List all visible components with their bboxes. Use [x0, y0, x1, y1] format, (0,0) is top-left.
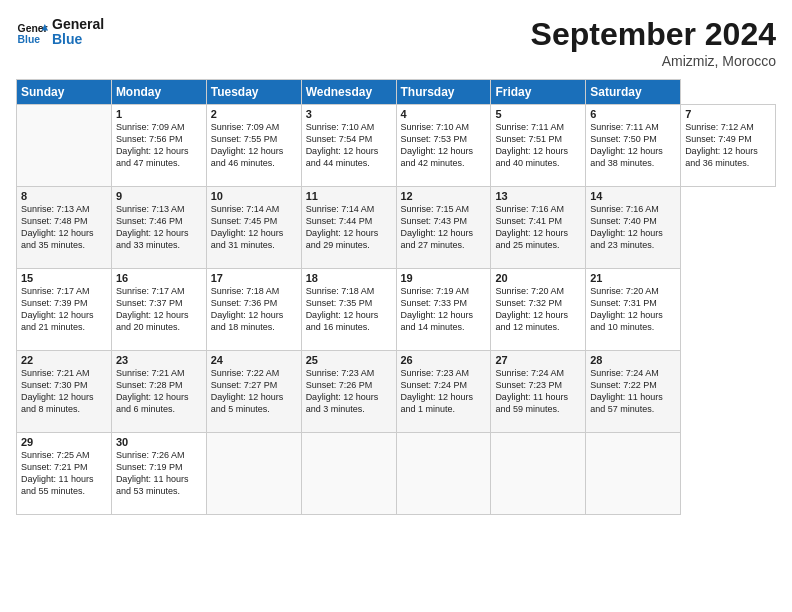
- cell-info: Sunrise: 7:20 AMSunset: 7:32 PMDaylight:…: [495, 285, 581, 334]
- cell-info: Sunrise: 7:16 AMSunset: 7:40 PMDaylight:…: [590, 203, 676, 252]
- cell-info: Sunrise: 7:19 AMSunset: 7:33 PMDaylight:…: [401, 285, 487, 334]
- cell-info: Sunrise: 7:14 AMSunset: 7:44 PMDaylight:…: [306, 203, 392, 252]
- calendar-cell: 24Sunrise: 7:22 AMSunset: 7:27 PMDayligh…: [206, 351, 301, 433]
- cell-info: Sunrise: 7:11 AMSunset: 7:51 PMDaylight:…: [495, 121, 581, 170]
- day-number: 8: [21, 190, 107, 202]
- cell-info: Sunrise: 7:13 AMSunset: 7:46 PMDaylight:…: [116, 203, 202, 252]
- cell-info: Sunrise: 7:26 AMSunset: 7:19 PMDaylight:…: [116, 449, 202, 498]
- location-text: Amizmiz, Morocco: [531, 53, 776, 69]
- calendar-cell: 6Sunrise: 7:11 AMSunset: 7:50 PMDaylight…: [586, 105, 681, 187]
- calendar-header: SundayMondayTuesdayWednesdayThursdayFrid…: [17, 80, 776, 105]
- calendar-cell: 12Sunrise: 7:15 AMSunset: 7:43 PMDayligh…: [396, 187, 491, 269]
- day-number: 17: [211, 272, 297, 284]
- calendar-cell: 2Sunrise: 7:09 AMSunset: 7:55 PMDaylight…: [206, 105, 301, 187]
- calendar-cell: 11Sunrise: 7:14 AMSunset: 7:44 PMDayligh…: [301, 187, 396, 269]
- day-number: 12: [401, 190, 487, 202]
- cell-info: Sunrise: 7:17 AMSunset: 7:39 PMDaylight:…: [21, 285, 107, 334]
- calendar-cell: 4Sunrise: 7:10 AMSunset: 7:53 PMDaylight…: [396, 105, 491, 187]
- day-header-monday: Monday: [111, 80, 206, 105]
- day-number: 26: [401, 354, 487, 366]
- cell-info: Sunrise: 7:21 AMSunset: 7:30 PMDaylight:…: [21, 367, 107, 416]
- calendar-cell: 29Sunrise: 7:25 AMSunset: 7:21 PMDayligh…: [17, 433, 112, 515]
- page-header: General Blue General Blue September 2024…: [16, 16, 776, 69]
- calendar-cell: [586, 433, 681, 515]
- cell-info: Sunrise: 7:23 AMSunset: 7:24 PMDaylight:…: [401, 367, 487, 416]
- calendar-cell: 26Sunrise: 7:23 AMSunset: 7:24 PMDayligh…: [396, 351, 491, 433]
- day-number: 30: [116, 436, 202, 448]
- week-row-3: 15Sunrise: 7:17 AMSunset: 7:39 PMDayligh…: [17, 269, 776, 351]
- cell-info: Sunrise: 7:21 AMSunset: 7:28 PMDaylight:…: [116, 367, 202, 416]
- cell-info: Sunrise: 7:13 AMSunset: 7:48 PMDaylight:…: [21, 203, 107, 252]
- day-number: 22: [21, 354, 107, 366]
- cell-info: Sunrise: 7:15 AMSunset: 7:43 PMDaylight:…: [401, 203, 487, 252]
- calendar-body: 1Sunrise: 7:09 AMSunset: 7:56 PMDaylight…: [17, 105, 776, 515]
- day-header-friday: Friday: [491, 80, 586, 105]
- day-number: 21: [590, 272, 676, 284]
- calendar-cell: 18Sunrise: 7:18 AMSunset: 7:35 PMDayligh…: [301, 269, 396, 351]
- cell-info: Sunrise: 7:23 AMSunset: 7:26 PMDaylight:…: [306, 367, 392, 416]
- logo-general-text: General: [52, 17, 104, 32]
- cell-info: Sunrise: 7:22 AMSunset: 7:27 PMDaylight:…: [211, 367, 297, 416]
- day-header-saturday: Saturday: [586, 80, 681, 105]
- logo-blue-text: Blue: [52, 32, 104, 47]
- calendar-cell: 3Sunrise: 7:10 AMSunset: 7:54 PMDaylight…: [301, 105, 396, 187]
- day-number: 19: [401, 272, 487, 284]
- day-header-wednesday: Wednesday: [301, 80, 396, 105]
- cell-info: Sunrise: 7:09 AMSunset: 7:56 PMDaylight:…: [116, 121, 202, 170]
- cell-info: Sunrise: 7:10 AMSunset: 7:54 PMDaylight:…: [306, 121, 392, 170]
- day-number: 28: [590, 354, 676, 366]
- calendar-table: SundayMondayTuesdayWednesdayThursdayFrid…: [16, 79, 776, 515]
- day-number: 13: [495, 190, 581, 202]
- calendar-cell: 16Sunrise: 7:17 AMSunset: 7:37 PMDayligh…: [111, 269, 206, 351]
- day-number: 10: [211, 190, 297, 202]
- calendar-cell: 10Sunrise: 7:14 AMSunset: 7:45 PMDayligh…: [206, 187, 301, 269]
- calendar-cell: [206, 433, 301, 515]
- week-row-1: 1Sunrise: 7:09 AMSunset: 7:56 PMDaylight…: [17, 105, 776, 187]
- calendar-cell: 30Sunrise: 7:26 AMSunset: 7:19 PMDayligh…: [111, 433, 206, 515]
- cell-info: Sunrise: 7:16 AMSunset: 7:41 PMDaylight:…: [495, 203, 581, 252]
- day-header-thursday: Thursday: [396, 80, 491, 105]
- day-number: 3: [306, 108, 392, 120]
- cell-info: Sunrise: 7:18 AMSunset: 7:36 PMDaylight:…: [211, 285, 297, 334]
- day-header-tuesday: Tuesday: [206, 80, 301, 105]
- cell-info: Sunrise: 7:24 AMSunset: 7:23 PMDaylight:…: [495, 367, 581, 416]
- calendar-cell: 22Sunrise: 7:21 AMSunset: 7:30 PMDayligh…: [17, 351, 112, 433]
- cell-info: Sunrise: 7:20 AMSunset: 7:31 PMDaylight:…: [590, 285, 676, 334]
- day-number: 14: [590, 190, 676, 202]
- day-number: 6: [590, 108, 676, 120]
- calendar-cell: 28Sunrise: 7:24 AMSunset: 7:22 PMDayligh…: [586, 351, 681, 433]
- cell-info: Sunrise: 7:09 AMSunset: 7:55 PMDaylight:…: [211, 121, 297, 170]
- calendar-cell: 8Sunrise: 7:13 AMSunset: 7:48 PMDaylight…: [17, 187, 112, 269]
- calendar-cell: 25Sunrise: 7:23 AMSunset: 7:26 PMDayligh…: [301, 351, 396, 433]
- day-number: 1: [116, 108, 202, 120]
- calendar-page: General Blue General Blue September 2024…: [0, 0, 792, 612]
- calendar-cell: [17, 105, 112, 187]
- calendar-cell: 21Sunrise: 7:20 AMSunset: 7:31 PMDayligh…: [586, 269, 681, 351]
- logo: General Blue General Blue: [16, 16, 104, 48]
- day-number: 5: [495, 108, 581, 120]
- calendar-cell: 23Sunrise: 7:21 AMSunset: 7:28 PMDayligh…: [111, 351, 206, 433]
- calendar-cell: 13Sunrise: 7:16 AMSunset: 7:41 PMDayligh…: [491, 187, 586, 269]
- week-row-5: 29Sunrise: 7:25 AMSunset: 7:21 PMDayligh…: [17, 433, 776, 515]
- calendar-cell: 1Sunrise: 7:09 AMSunset: 7:56 PMDaylight…: [111, 105, 206, 187]
- header-row: SundayMondayTuesdayWednesdayThursdayFrid…: [17, 80, 776, 105]
- calendar-cell: 7Sunrise: 7:12 AMSunset: 7:49 PMDaylight…: [681, 105, 776, 187]
- week-row-4: 22Sunrise: 7:21 AMSunset: 7:30 PMDayligh…: [17, 351, 776, 433]
- month-title: September 2024: [531, 16, 776, 53]
- day-number: 7: [685, 108, 771, 120]
- calendar-cell: 9Sunrise: 7:13 AMSunset: 7:46 PMDaylight…: [111, 187, 206, 269]
- day-number: 11: [306, 190, 392, 202]
- day-number: 23: [116, 354, 202, 366]
- day-number: 27: [495, 354, 581, 366]
- day-number: 4: [401, 108, 487, 120]
- svg-text:Blue: Blue: [18, 34, 41, 45]
- cell-info: Sunrise: 7:11 AMSunset: 7:50 PMDaylight:…: [590, 121, 676, 170]
- day-number: 20: [495, 272, 581, 284]
- day-number: 24: [211, 354, 297, 366]
- day-number: 15: [21, 272, 107, 284]
- day-number: 9: [116, 190, 202, 202]
- calendar-cell: 14Sunrise: 7:16 AMSunset: 7:40 PMDayligh…: [586, 187, 681, 269]
- cell-info: Sunrise: 7:14 AMSunset: 7:45 PMDaylight:…: [211, 203, 297, 252]
- cell-info: Sunrise: 7:25 AMSunset: 7:21 PMDaylight:…: [21, 449, 107, 498]
- day-number: 16: [116, 272, 202, 284]
